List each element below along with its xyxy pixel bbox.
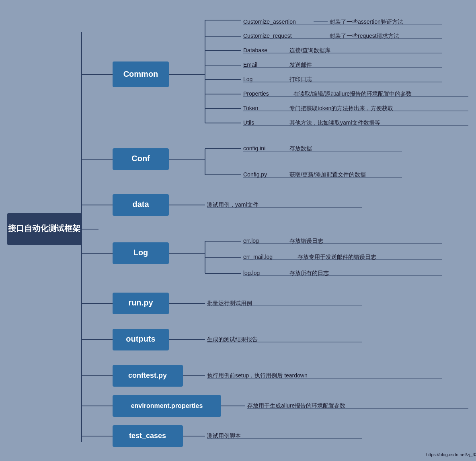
svg-text:专门把获取token的方法拎出来，方便获取: 专门把获取token的方法拎出来，方便获取 (289, 105, 393, 111)
diagram-svg: 接口自动化测试框架 Common Customize_assertion 封装了… (0, 0, 476, 461)
svg-text:存放数据: 存放数据 (289, 145, 312, 152)
svg-text:发送邮件: 发送邮件 (289, 61, 312, 68)
svg-text:封装了一些request请求方法: 封装了一些request请求方法 (330, 33, 399, 39)
svg-text:执行用例前setup，执行用例后 teardown: 执行用例前setup，执行用例后 teardown (207, 372, 308, 379)
svg-rect-82 (113, 329, 169, 350)
svg-text:Common: Common (123, 70, 158, 78)
svg-rect-1 (113, 61, 169, 87)
svg-rect-88 (113, 365, 183, 387)
svg-text:测试用例，yaml文件: 测试用例，yaml文件 (207, 201, 259, 208)
svg-text:Log: Log (133, 248, 148, 257)
svg-text:test_cases: test_cases (129, 432, 166, 440)
svg-text:Email: Email (243, 61, 257, 68)
root-node-box (7, 213, 82, 245)
root-label: 接口自动化测试框架 (8, 224, 80, 233)
svg-text:err_mail.log: err_mail.log (243, 254, 273, 260)
svg-text:Properties: Properties (243, 90, 269, 97)
svg-rect-59 (113, 242, 169, 264)
svg-text:批量运行测试用例: 批量运行测试用例 (207, 300, 252, 306)
svg-rect-53 (113, 194, 169, 216)
svg-text:获取/更新/添加配置文件的数据: 获取/更新/添加配置文件的数据 (289, 171, 366, 178)
svg-text:Customize_request: Customize_request (243, 33, 292, 39)
svg-text:其他方法，比如读取yaml文件数据等: 其他方法，比如读取yaml文件数据等 (289, 119, 380, 126)
svg-rect-40 (113, 148, 169, 170)
svg-text:存放错误日志: 存放错误日志 (289, 238, 323, 244)
svg-text:Conf: Conf (131, 154, 150, 163)
mind-map: 接口自动化测试框架 Common Customize_assertion 封装了… (0, 0, 476, 461)
svg-text:存放所有的日志: 存放所有的日志 (289, 270, 329, 276)
svg-text:data: data (132, 200, 149, 209)
svg-text:封装了一些assertion验证方法: 封装了一些assertion验证方法 (330, 18, 403, 25)
svg-text:err.log: err.log (243, 238, 259, 244)
svg-text:连接/查询数据库: 连接/查询数据库 (289, 47, 330, 53)
svg-text:测试用例脚本: 测试用例脚本 (207, 432, 241, 439)
svg-text:Utils: Utils (243, 119, 254, 126)
svg-text:outputs: outputs (126, 334, 155, 343)
svg-text:Customize_assertion: Customize_assertion (243, 18, 296, 25)
svg-text:environment.properties: environment.properties (131, 402, 203, 409)
svg-text:run.py: run.py (128, 298, 153, 307)
svg-rect-100 (113, 425, 183, 447)
svg-text:log.log: log.log (243, 270, 260, 276)
svg-text:打印日志: 打印日志 (289, 76, 312, 82)
svg-text:存放专用于发送邮件的错误日志: 存放专用于发送邮件的错误日志 (298, 254, 376, 260)
svg-text:config.ini: config.ini (243, 145, 265, 152)
svg-text:Log: Log (243, 76, 252, 82)
svg-text:生成的测试结果报告: 生成的测试结果报告 (207, 336, 258, 342)
svg-text:在读取/编辑/添加allure报告的环境配置中的参数: 在读取/编辑/添加allure报告的环境配置中的参数 (293, 90, 412, 97)
watermark-text: https://blog.csdn.net/zj_33303097 (426, 452, 476, 457)
svg-text:conftest.py: conftest.py (128, 371, 167, 379)
svg-text:存放用于生成allure报告的环境配置参数: 存放用于生成allure报告的环境配置参数 (247, 402, 345, 409)
svg-text:Config.py: Config.py (243, 171, 267, 178)
svg-text:Token: Token (243, 105, 258, 111)
svg-text:Database: Database (243, 47, 267, 53)
svg-rect-76 (113, 293, 169, 314)
svg-rect-94 (113, 395, 221, 417)
